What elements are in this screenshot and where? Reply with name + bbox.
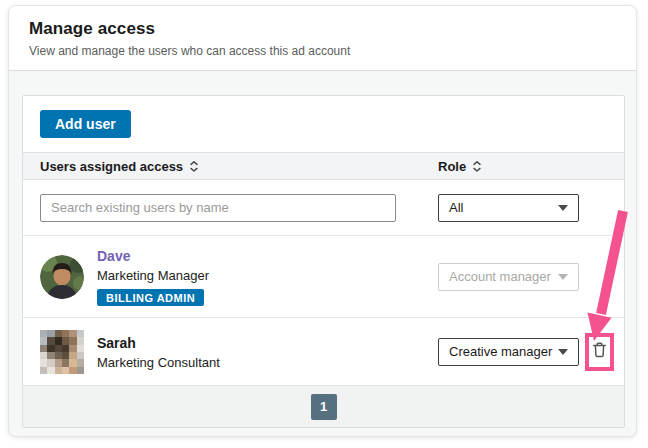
column-header-users-label: Users assigned access xyxy=(40,159,183,174)
search-input[interactable] xyxy=(40,194,396,222)
table-toolbar: Add user xyxy=(23,96,624,152)
column-header-role-label: Role xyxy=(438,159,466,174)
user-name-link[interactable]: Dave xyxy=(97,248,130,264)
users-table-card: Add user Users assigned access Role xyxy=(22,95,625,428)
table-row-sarah: Sarah Marketing Consultant Creative mana… xyxy=(23,318,624,386)
column-header-users[interactable]: Users assigned access xyxy=(23,159,438,174)
delete-user-button[interactable] xyxy=(589,337,610,367)
annotation-highlight-box xyxy=(585,333,614,371)
pagination: 1 xyxy=(23,386,624,427)
screenshot-root: Manage access View and manage the users … xyxy=(0,0,648,448)
role-filter-select[interactable]: All xyxy=(438,194,579,222)
sort-icon[interactable] xyxy=(189,160,199,173)
sort-icon[interactable] xyxy=(472,160,482,173)
user-name[interactable]: Sarah xyxy=(97,335,136,351)
role-filter-value: All xyxy=(449,200,463,215)
chevron-down-icon xyxy=(558,274,568,280)
table-header-row: Users assigned access Role xyxy=(23,152,624,180)
page-subtitle: View and manage the users who can access… xyxy=(29,44,616,58)
avatar-dave[interactable] xyxy=(40,255,84,299)
user-title: Marketing Consultant xyxy=(97,355,220,370)
chevron-down-icon xyxy=(558,349,568,355)
add-user-button[interactable]: Add user xyxy=(40,110,131,138)
role-select-dave: Account manager xyxy=(438,263,579,291)
role-select-sarah[interactable]: Creative manager xyxy=(438,338,579,366)
table-row-dave: Dave Marketing Manager BILLING ADMIN Acc… xyxy=(23,236,624,318)
manage-access-card: Manage access View and manage the users … xyxy=(8,5,637,437)
card-body: Add user Users assigned access Role xyxy=(9,71,636,428)
billing-admin-badge: BILLING ADMIN xyxy=(97,289,204,306)
trash-icon xyxy=(592,342,607,361)
table-filter-row: All xyxy=(23,180,624,236)
chevron-down-icon xyxy=(558,205,568,211)
avatar-sarah[interactable] xyxy=(40,330,84,374)
column-header-role[interactable]: Role xyxy=(438,159,624,174)
user-title: Marketing Manager xyxy=(97,268,209,283)
card-header: Manage access View and manage the users … xyxy=(9,6,636,71)
page-title: Manage access xyxy=(29,19,616,39)
role-select-value: Creative manager xyxy=(449,344,552,359)
role-select-value: Account manager xyxy=(449,269,551,284)
page-button-1[interactable]: 1 xyxy=(311,394,337,420)
